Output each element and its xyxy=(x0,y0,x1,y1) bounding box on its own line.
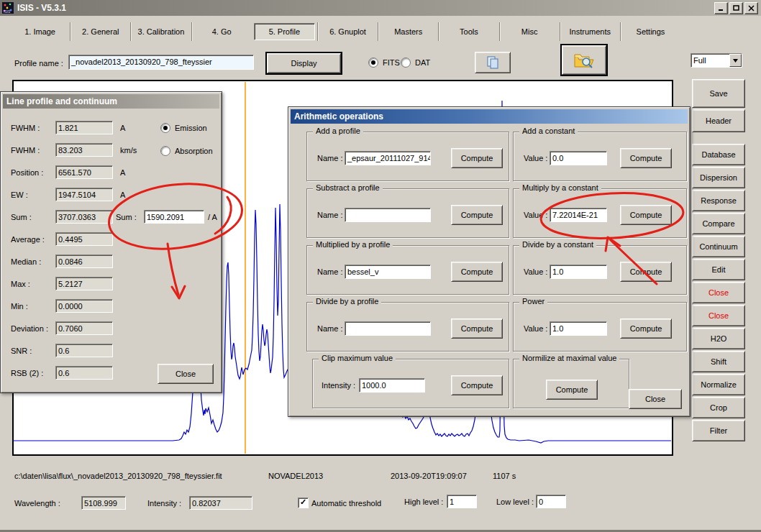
stat-label: Min : xyxy=(11,302,28,311)
stat-field: 5.2127 xyxy=(55,277,113,290)
compute-button-power[interactable]: Compute xyxy=(620,318,672,339)
chevron-down-icon xyxy=(733,59,738,63)
arithmetic-close-button[interactable]: Close xyxy=(629,389,682,409)
stat-row-deviation: Deviation :0.7060 xyxy=(1,321,222,336)
stat-unit: km/s xyxy=(120,146,137,155)
stat-row-max: Max :5.2127 xyxy=(1,277,222,291)
group-field-label: Name : xyxy=(317,324,342,333)
compute-button-add-a-profile[interactable]: Compute xyxy=(451,148,503,168)
stat-row-position: Position :6561.570A xyxy=(1,165,222,180)
group-field-label: Value : xyxy=(524,211,547,219)
dat-radio-circle[interactable] xyxy=(401,58,411,68)
stat-label: Max : xyxy=(11,280,30,288)
stat-field: 0.7060 xyxy=(55,321,113,335)
group-legend: Divide by a constant xyxy=(519,240,596,249)
stat-unit: A xyxy=(120,124,125,132)
browse-profile-button[interactable] xyxy=(562,45,606,75)
compute-button-divide-by-a-constant[interactable]: Compute xyxy=(620,262,672,282)
stat-field: 3707.0363 xyxy=(55,210,113,224)
arithmetic-dialog-title: Arithmetic operations xyxy=(291,109,688,124)
stat-label: FWHM : xyxy=(11,146,40,155)
stat-unit: A xyxy=(120,191,125,199)
sum-per-angstrom-field: 1590.2091 xyxy=(144,210,204,224)
display-button[interactable]: Display xyxy=(267,53,341,73)
group-divide-by-a-constant: Divide by a constantValue :1.0Compute xyxy=(513,245,687,295)
group-clip-maximum-value: Clip maximum valueIntensity :1000.0Compu… xyxy=(312,359,509,408)
group-substract-a-profile: Substract a profileName :Compute xyxy=(306,188,509,238)
compute-button-normilize-at-maximal-value[interactable]: Compute xyxy=(546,380,598,400)
stat-label: SNR : xyxy=(11,347,32,355)
absorption-radio[interactable]: Absorption xyxy=(160,146,213,156)
stat-unit: A xyxy=(120,168,125,177)
compute-button-add-a-constant[interactable]: Compute xyxy=(620,148,672,168)
stat-label: Position : xyxy=(11,168,43,177)
stat-field: 0.0846 xyxy=(55,254,113,268)
group-legend: Substract a profile xyxy=(313,183,383,192)
stat-row-median: Median :0.0846 xyxy=(1,254,222,269)
stat-field: 1947.5104 xyxy=(55,188,113,201)
sum-per-angstrom-label: Sum : xyxy=(116,213,137,221)
copy-profile-button[interactable] xyxy=(475,52,511,73)
compute-button-substract-a-profile[interactable]: Compute xyxy=(451,205,503,225)
group-legend: Clip maximum value xyxy=(319,354,396,362)
compute-button-multiplied-by-a-profile[interactable]: Compute xyxy=(451,262,503,282)
group-divide-by-a-profile: Divide by a profileName :Compute xyxy=(306,302,509,352)
group-legend: Divide by a profile xyxy=(313,297,381,306)
emission-radio-circle[interactable] xyxy=(160,123,170,133)
dropdown-arrow-button[interactable] xyxy=(729,54,742,67)
compute-button-multiply-by-a-constant[interactable]: Compute xyxy=(620,205,672,225)
group-field-divide-by-a-constant[interactable]: 1.0 xyxy=(550,265,607,279)
group-field-multiply-by-a-constant[interactable]: 7.22014E-21 xyxy=(550,208,607,222)
stat-label: Deviation : xyxy=(11,324,48,333)
group-field-power[interactable]: 1.0 xyxy=(550,321,607,336)
group-power: PowerValue :1.0Compute xyxy=(513,302,687,352)
group-add-a-constant: Add a constantValue :0.0Compute xyxy=(513,132,687,181)
compute-button-clip-maximum-value[interactable]: Compute xyxy=(451,375,503,395)
stat-field: 6561.570 xyxy=(55,165,113,179)
stat-label: Average : xyxy=(11,235,45,244)
view-range-select[interactable]: Full xyxy=(691,53,742,68)
group-field-label: Intensity : xyxy=(322,381,355,390)
stat-field: 0.0000 xyxy=(55,299,113,313)
group-field-divide-by-a-profile[interactable] xyxy=(345,321,431,336)
absorption-radio-circle[interactable] xyxy=(160,146,170,156)
group-field-clip-maximum-value[interactable]: 1000.0 xyxy=(359,378,425,393)
group-legend: Add a constant xyxy=(519,127,578,135)
group-field-multiplied-by-a-profile[interactable]: bessel_v xyxy=(345,265,431,279)
group-field-label: Name : xyxy=(317,267,342,276)
profile-name-input[interactable]: _novadel2013_20130920_798_fteyssier xyxy=(68,55,254,70)
stat-label: Median : xyxy=(11,257,41,266)
stat-label: RSB (2) : xyxy=(11,369,43,377)
group-field-add-a-constant[interactable]: 0.0 xyxy=(550,151,607,165)
group-legend: Normilize at maximal value xyxy=(519,354,619,362)
sum-per-angstrom-unit: / A xyxy=(208,213,217,221)
group-field-label: Value : xyxy=(524,267,547,276)
line-profile-dialog-title: Line profile and continuum xyxy=(3,94,219,109)
stat-row-average: Average :0.4495 xyxy=(1,232,222,247)
group-multiply-by-a-constant: Multiply by a constantValue :7.22014E-21… xyxy=(513,188,687,238)
compute-button-divide-by-a-profile[interactable]: Compute xyxy=(451,318,503,339)
fits-radio-circle[interactable] xyxy=(368,58,378,68)
dat-radio-label: DAT xyxy=(415,58,430,67)
group-field-add-a-profile[interactable]: _epsaur_20111027_914 xyxy=(345,151,431,165)
copy-icon xyxy=(486,55,500,70)
group-field-label: Value : xyxy=(524,324,547,333)
stat-field: 1.821 xyxy=(55,121,113,134)
emission-radio[interactable]: Emission xyxy=(160,123,207,133)
group-multiplied-by-a-profile: Multiplied by a profileName :bessel_vCom… xyxy=(306,245,509,295)
stat-field: 0.6 xyxy=(55,366,113,380)
group-legend: Multiplied by a profile xyxy=(313,240,393,249)
stat-field: 0.6 xyxy=(55,344,113,357)
emission-radio-label: Emission xyxy=(175,124,207,132)
fits-radio[interactable]: FITS xyxy=(368,58,400,68)
fits-radio-label: FITS xyxy=(383,58,400,67)
group-field-substract-a-profile[interactable] xyxy=(345,208,431,222)
profile-name-label: Profile name : xyxy=(14,59,63,68)
group-field-label: Name : xyxy=(317,211,342,219)
absorption-radio-label: Absorption xyxy=(175,147,213,155)
dat-radio[interactable]: DAT xyxy=(401,58,430,68)
group-add-a-profile: Add a profileName :_epsaur_20111027_914C… xyxy=(306,132,509,181)
view-range-value: Full xyxy=(693,56,706,65)
group-field-label: Name : xyxy=(317,154,342,162)
line-profile-close-button[interactable]: Close xyxy=(158,364,214,384)
